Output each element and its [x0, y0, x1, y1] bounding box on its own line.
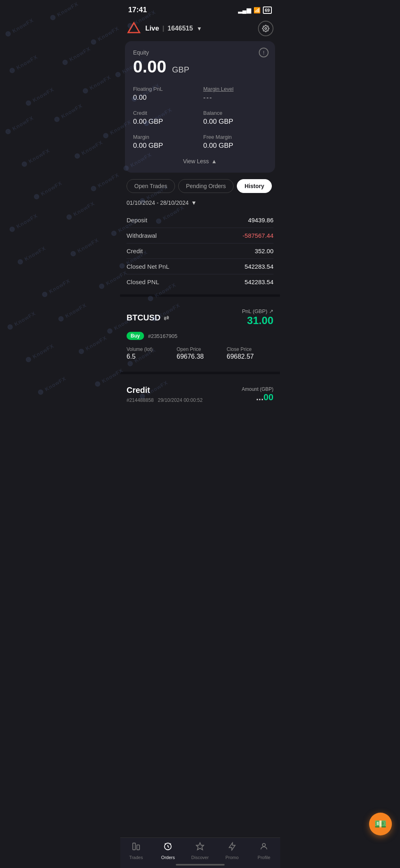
- trade-pnl-value: 31.00: [242, 314, 273, 327]
- equity-label: Equity: [133, 49, 267, 56]
- direction-badge: Buy: [127, 332, 144, 340]
- credit-value: 0.00 GBP: [133, 118, 197, 126]
- credit-field: Credit 0.00 GBP: [133, 110, 197, 126]
- date-range-text: 01/10/2024 - 28/10/2024: [127, 199, 189, 206]
- tab-pending-orders[interactable]: Pending Orders: [178, 179, 234, 193]
- margin-level-field: Margin Level ---: [203, 86, 267, 102]
- view-less-button[interactable]: View Less ▲: [133, 158, 267, 164]
- trade-symbol-icon: ⇄: [164, 314, 169, 322]
- balance-field: Balance 0.00 GBP: [203, 110, 267, 126]
- chevron-up-icon: ▲: [211, 158, 217, 164]
- svg-marker-0: [128, 23, 140, 33]
- credit-order-id: #214488858: [127, 397, 154, 403]
- credit-header: Credit #214488858 29/10/2024 00:00:52 Am…: [127, 386, 273, 403]
- date-range[interactable]: 01/10/2024 - 28/10/2024 ▼: [120, 199, 280, 213]
- section-divider: [120, 294, 280, 297]
- live-badge[interactable]: Live | 1646515 ▾: [145, 24, 201, 33]
- history-row-withdrawal: Withdrawal -587567.44: [127, 228, 273, 243]
- account-details-grid: Floating PnL 0.00 Margin Level --- Credi…: [133, 86, 267, 150]
- trade-sub-row: Buy #235167905: [127, 332, 273, 340]
- balance-value: 0.00 GBP: [203, 118, 267, 126]
- chevron-down-icon: ▼: [191, 199, 197, 206]
- mode-label: Live: [145, 24, 159, 33]
- share-icon[interactable]: ↗: [269, 308, 273, 314]
- wifi-icon: 📶: [254, 7, 260, 13]
- trade-header: BTCUSD ⇄ PnL (GBP) ↗ 31.00: [127, 308, 273, 327]
- settings-button[interactable]: [258, 21, 273, 36]
- status-bar: 17:41 ▂▄▆ 📶 69: [120, 0, 280, 18]
- open-price-field: Open Price 69676.38: [177, 346, 223, 360]
- floating-pnl-value: 0.00: [133, 94, 197, 102]
- svg-point-2: [265, 28, 267, 30]
- equity-value: 0.00: [133, 57, 166, 76]
- tab-open-trades[interactable]: Open Trades: [127, 179, 175, 193]
- trade-symbol: BTCUSD ⇄: [127, 313, 169, 322]
- margin-level-value: ---: [203, 94, 267, 102]
- status-icons: ▂▄▆ 📶 69: [238, 7, 272, 14]
- header-left: Live | 1646515 ▾: [127, 21, 201, 36]
- header: Live | 1646515 ▾: [120, 18, 280, 41]
- volume-field: Volume (lot) 6.5: [127, 346, 173, 360]
- trade-details-grid: Volume (lot) 6.5 Open Price 69676.38 Clo…: [127, 346, 273, 360]
- margin-value: 0.00 GBP: [133, 142, 197, 150]
- account-id: 1646515: [168, 25, 193, 32]
- history-row-closed-pnl: Closed PNL 542283.54: [127, 274, 273, 289]
- history-stats: Deposit 49439.86 Withdrawal -587567.44 C…: [120, 213, 280, 289]
- app-logo: [127, 21, 141, 36]
- account-card: ! Equity 0.00 GBP Floating PnL 0.00 Marg…: [125, 41, 275, 173]
- credit-datetime: 29/10/2024 00:00:52: [158, 397, 203, 403]
- history-row-closed-net-pnl: Closed Net PnL 542283.54: [127, 259, 273, 274]
- floating-pnl-field: Floating PnL 0.00: [133, 86, 197, 102]
- free-margin-value: 0.00 GBP: [203, 142, 267, 150]
- battery-icon: 69: [263, 7, 272, 14]
- close-price-field: Close Price 69682.57: [227, 346, 273, 360]
- credit-amount-label: Amount (GBP): [242, 386, 273, 392]
- status-time: 17:41: [128, 6, 147, 14]
- trade-card: BTCUSD ⇄ PnL (GBP) ↗ 31.00 Buy #23516790…: [120, 302, 280, 367]
- history-row-deposit: Deposit 49439.86: [127, 213, 273, 228]
- history-row-credit: Credit 352.00: [127, 243, 273, 259]
- tabs-container: Open Trades Pending Orders History: [120, 179, 280, 199]
- info-icon[interactable]: !: [259, 48, 269, 57]
- credit-amount-value: ...00: [242, 392, 273, 403]
- svg-line-1: [128, 23, 134, 33]
- free-margin-field: Free Margin 0.00 GBP: [203, 134, 267, 150]
- section-divider-2: [120, 372, 280, 374]
- tab-history[interactable]: History: [237, 179, 272, 193]
- order-id: #235167905: [148, 333, 177, 339]
- margin-field: Margin 0.00 GBP: [133, 134, 197, 150]
- equity-currency: GBP: [172, 65, 189, 75]
- signal-icon: ▂▄▆: [238, 7, 251, 13]
- credit-card: Credit #214488858 29/10/2024 00:00:52 Am…: [120, 379, 280, 414]
- credit-title: Credit: [127, 386, 203, 395]
- trade-pnl-label: PnL (GBP) ↗: [242, 308, 273, 314]
- chevron-down-icon: ▾: [198, 25, 201, 32]
